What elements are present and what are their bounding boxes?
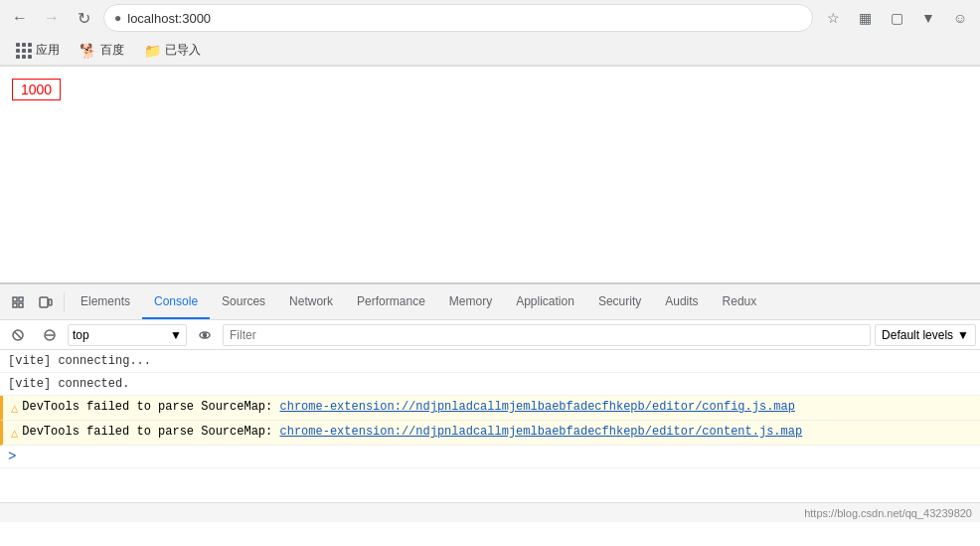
tab-performance[interactable]: Performance <box>345 284 437 319</box>
grid-icon <box>16 43 32 59</box>
default-levels-arrow: ▼ <box>957 328 969 342</box>
bookmark-baidu-label: 百度 <box>100 42 124 59</box>
devtools-device-btn[interactable] <box>32 288 60 316</box>
title-bar: ← → ↻ ● localhost:3000 ☆ ▦ ▢ ▼ ☺ <box>0 0 980 36</box>
console-warning-prefix-1: DevTools failed to parse SourceMap: <box>22 400 279 414</box>
status-url: https://blog.csdn.net/qq_43239820 <box>804 507 972 519</box>
bookmarks-bar: 应用 🐕 百度 📁 已导入 <box>0 36 980 66</box>
console-prompt-icon: > <box>8 448 16 465</box>
console-text-2: [vite] connected. <box>8 375 129 393</box>
tab-application[interactable]: Application <box>504 284 586 319</box>
account-button[interactable]: ☺ <box>948 6 972 30</box>
devtools-separator <box>64 292 65 312</box>
console-line-prompt[interactable]: > <box>0 446 980 468</box>
context-label: top <box>73 328 89 342</box>
address-bar[interactable]: ● localhost:3000 <box>103 4 813 32</box>
browser-actions: ☆ ▦ ▢ ▼ ☺ <box>821 6 972 30</box>
svg-rect-4 <box>40 297 48 307</box>
forward-button[interactable]: → <box>40 6 64 30</box>
svg-rect-1 <box>19 297 23 301</box>
svg-rect-3 <box>19 303 23 307</box>
tab-console[interactable]: Console <box>142 284 210 319</box>
console-line-3: △ DevTools failed to parse SourceMap: ch… <box>0 396 980 421</box>
bookmark-button[interactable]: ☆ <box>821 6 845 30</box>
default-levels-label: Default levels <box>882 328 953 342</box>
warning-icon-2: △ <box>11 425 18 443</box>
browser-chrome: ← → ↻ ● localhost:3000 ☆ ▦ ▢ ▼ ☺ <box>0 0 980 67</box>
page-value-box: 1000 <box>12 79 61 100</box>
warning-icon-1: △ <box>11 400 18 418</box>
svg-line-7 <box>15 332 21 338</box>
devtools-select-mode-btn[interactable] <box>4 288 32 316</box>
bookmark-baidu[interactable]: 🐕 百度 <box>72 40 132 61</box>
tab-audits[interactable]: Audits <box>653 284 710 319</box>
console-output[interactable]: [vite] connecting... [vite] connected. △… <box>0 350 980 502</box>
tab-elements[interactable]: Elements <box>69 284 142 319</box>
devtools-panel: Elements Console Sources Network Perform… <box>0 283 980 502</box>
svg-point-11 <box>204 333 207 336</box>
tab-network[interactable]: Network <box>277 284 345 319</box>
console-clear-btn[interactable] <box>4 321 32 349</box>
url-text: localhost:3000 <box>127 11 802 26</box>
tab-memory[interactable]: Memory <box>437 284 504 319</box>
console-warning-link-1[interactable]: chrome-extension://ndjpnladcallmjemlbaeb… <box>279 400 794 414</box>
folder-icon: 📁 <box>144 43 161 59</box>
console-line-2: [vite] connected. <box>0 373 980 396</box>
reload-button[interactable]: ↻ <box>72 6 95 30</box>
bookmark-imported-label: 已导入 <box>165 42 201 59</box>
bookmark-imported[interactable]: 📁 已导入 <box>136 40 209 61</box>
tab-sources[interactable]: Sources <box>210 284 277 319</box>
cast-button[interactable]: ▦ <box>853 6 877 30</box>
extensions-button[interactable]: ▢ <box>885 6 908 30</box>
lock-icon: ● <box>114 11 121 25</box>
back-button[interactable]: ← <box>8 6 32 30</box>
devtools-tabs: Elements Console Sources Network Perform… <box>69 284 976 319</box>
tab-security[interactable]: Security <box>586 284 653 319</box>
console-text-1: [vite] connecting... <box>8 352 151 370</box>
status-bar: https://blog.csdn.net/qq_43239820 <box>0 502 980 522</box>
svg-rect-0 <box>13 297 17 301</box>
svg-rect-2 <box>13 303 17 307</box>
console-toolbar: top ▼ Default levels ▼ <box>0 320 980 350</box>
default-levels-btn[interactable]: Default levels ▼ <box>875 324 976 346</box>
bookmark-apps[interactable]: 应用 <box>8 40 68 61</box>
console-filter-input[interactable] <box>223 324 871 346</box>
opera-button[interactable]: ▼ <box>916 6 940 30</box>
baidu-icon: 🐕 <box>80 43 96 59</box>
page-content: 1000 <box>0 67 980 283</box>
console-warning-prefix-2: DevTools failed to parse SourceMap: <box>22 425 279 439</box>
console-eye-btn[interactable] <box>191 321 219 349</box>
console-line-4: △ DevTools failed to parse SourceMap: ch… <box>0 421 980 446</box>
console-filter-btn[interactable] <box>36 321 64 349</box>
devtools-toolbar: Elements Console Sources Network Perform… <box>0 284 980 320</box>
console-warning-link-2[interactable]: chrome-extension://ndjpnladcallmjemlbaeb… <box>279 425 802 439</box>
context-dropdown-icon: ▼ <box>170 328 182 342</box>
console-context-select[interactable]: top ▼ <box>68 324 187 346</box>
svg-rect-5 <box>49 299 52 305</box>
tab-redux[interactable]: Redux <box>711 284 769 319</box>
bookmark-apps-label: 应用 <box>36 42 60 59</box>
console-line-1: [vite] connecting... <box>0 350 980 373</box>
